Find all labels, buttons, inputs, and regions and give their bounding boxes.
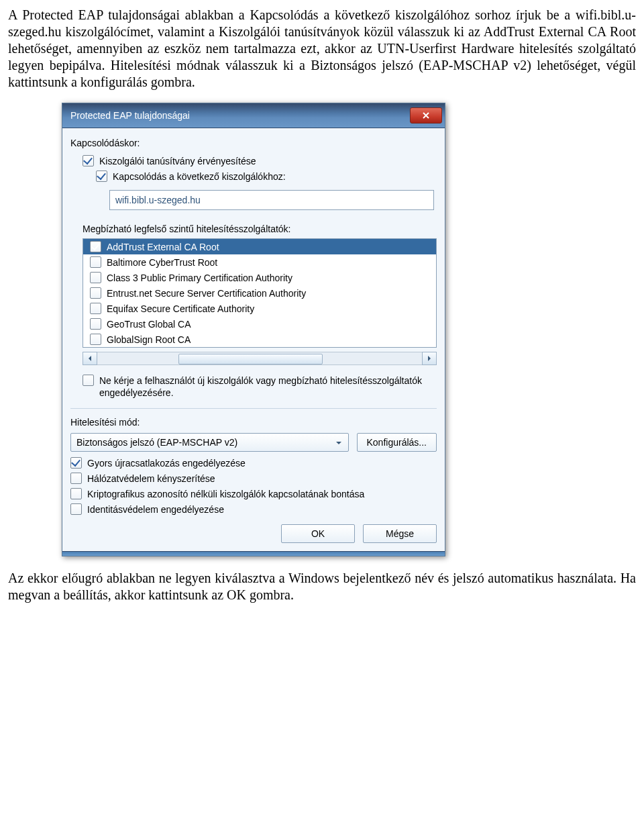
ca-list-item[interactable]: Equifax Secure Certificate Authority [83, 301, 436, 316]
no-prompt-label: Ne kérje a felhasználót új kiszolgálók v… [99, 375, 437, 399]
connect-to-checkbox[interactable] [96, 170, 107, 182]
ca-item-checkbox[interactable] [90, 303, 101, 314]
identity-protection-row[interactable]: Identitásvédelem engedélyezése [70, 503, 437, 515]
title-bar: Protected EAP tulajdonságai [62, 103, 445, 128]
dialog-title: Protected EAP tulajdonságai [70, 110, 190, 121]
protected-eap-dialog: Protected EAP tulajdonságai Kapcsolódásk… [62, 103, 445, 556]
ca-item-checkbox[interactable] [90, 334, 101, 345]
ok-button[interactable]: OK [281, 524, 355, 543]
cancel-button[interactable]: Mégse [363, 524, 437, 543]
network-protection-row[interactable]: Hálózatvédelem kényszerítése [70, 473, 437, 484]
identity-protection-label: Identitásvédelem engedélyezése [87, 504, 224, 515]
trusted-ca-list[interactable]: AddTrust External CA RootBaltimore Cyber… [83, 238, 437, 348]
dialog-bottom-bar [62, 551, 445, 556]
ca-item-checkbox[interactable] [90, 241, 101, 252]
ca-item-label: AddTrust External CA Root [107, 242, 219, 252]
ca-list-item[interactable]: Class 3 Public Primary Certification Aut… [83, 270, 436, 285]
trusted-ca-header: Megbízható legfelső szintű hitelesítéssz… [83, 224, 437, 234]
ca-list-item[interactable]: GeoTrust Global CA [83, 316, 436, 332]
identity-protection-checkbox[interactable] [70, 503, 82, 515]
ca-list-item[interactable]: GlobalSign Root CA [83, 332, 436, 347]
ca-item-label: GlobalSign Root CA [107, 334, 191, 345]
ca-item-checkbox[interactable] [90, 287, 101, 299]
fast-reconnect-checkbox[interactable] [70, 457, 82, 469]
no-prompt-row[interactable]: Ne kérje a felhasználót új kiszolgálók v… [83, 375, 437, 399]
chevron-down-icon [335, 438, 343, 446]
crypto-bind-row[interactable]: Kriptografikus azonosító nélküli kiszolg… [70, 488, 437, 499]
network-protection-checkbox[interactable] [70, 473, 82, 484]
divider [70, 408, 437, 409]
ca-item-label: Equifax Secure Certificate Authority [107, 303, 254, 314]
ca-item-label: GeoTrust Global CA [107, 319, 191, 330]
no-prompt-checkbox[interactable] [83, 375, 94, 386]
validate-cert-row[interactable]: Kiszolgálói tanúsítvány érvényesítése [83, 155, 437, 166]
fast-reconnect-label: Gyors újracsatlakozás engedélyezése [87, 458, 246, 469]
close-button[interactable] [410, 107, 442, 124]
ca-list-hscrollbar[interactable] [83, 352, 437, 365]
configure-button[interactable]: Konfigurálás... [357, 433, 437, 452]
ca-list-item[interactable]: AddTrust External CA Root [83, 239, 436, 254]
ca-item-label: Class 3 Public Primary Certification Aut… [107, 273, 292, 283]
scroll-right-button[interactable] [422, 352, 437, 365]
ca-item-checkbox[interactable] [90, 256, 101, 268]
server-input[interactable] [109, 190, 434, 210]
validate-cert-label: Kiszolgálói tanúsítvány érvényesítése [99, 156, 256, 166]
ca-item-checkbox[interactable] [90, 318, 101, 330]
connect-to-label: Kapcsolódás a következő kiszolgálókhoz: [113, 171, 286, 182]
outro-paragraph: Az ekkor előugró ablakban ne legyen kivá… [8, 570, 636, 603]
scroll-left-button[interactable] [83, 352, 97, 365]
close-icon [422, 111, 430, 119]
intro-paragraph: A Protected EAP tulajdonságai ablakban a… [8, 7, 636, 91]
ca-item-label: Baltimore CyberTrust Root [107, 257, 217, 268]
ca-list-item[interactable]: Baltimore CyberTrust Root [83, 254, 436, 270]
fast-reconnect-row[interactable]: Gyors újracsatlakozás engedélyezése [70, 457, 437, 469]
connect-to-row[interactable]: Kapcsolódás a következő kiszolgálókhoz: [96, 170, 437, 182]
scroll-track[interactable] [97, 352, 422, 365]
ca-item-label: Entrust.net Secure Server Certification … [107, 288, 306, 299]
crypto-bind-checkbox[interactable] [70, 488, 82, 499]
ca-item-checkbox[interactable] [90, 272, 101, 283]
section-connect-label: Kapcsolódáskor: [70, 138, 437, 148]
network-protection-label: Hálózatvédelem kényszerítése [87, 473, 215, 484]
ca-list-item[interactable]: Entrust.net Secure Server Certification … [83, 285, 436, 301]
crypto-bind-label: Kriptografikus azonosító nélküli kiszolg… [87, 489, 364, 499]
scroll-thumb[interactable] [178, 354, 323, 364]
auth-mode-value: Biztonságos jelszó (EAP-MSCHAP v2) [76, 437, 237, 448]
validate-cert-checkbox[interactable] [83, 155, 94, 166]
auth-mode-label: Hitelesítési mód: [70, 417, 437, 428]
auth-mode-dropdown[interactable]: Biztonságos jelszó (EAP-MSCHAP v2) [70, 433, 349, 452]
